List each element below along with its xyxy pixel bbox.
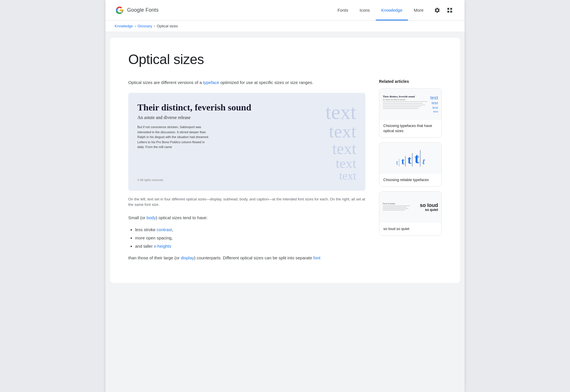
body-paragraph-2: than those of their large (or display) c… — [128, 255, 365, 261]
demo-left-panel: Their distinct, feverish sound An astute… — [137, 102, 299, 182]
contrast-link[interactable]: contrast — [157, 227, 172, 232]
demo-copyright: © All rights reserved. — [137, 178, 295, 182]
xheights-link[interactable]: x-heights — [154, 244, 171, 249]
settings-button[interactable] — [431, 5, 443, 16]
nav-icons[interactable]: Icons — [354, 0, 376, 20]
logo-link[interactable]: Google Fonts — [115, 5, 158, 15]
typeface-link[interactable]: typeface — [203, 80, 219, 85]
body2-middle: ) counterparts. Different optical sizes … — [194, 255, 313, 260]
display-link[interactable]: display — [181, 255, 194, 260]
page-title: Optical sizes — [128, 51, 442, 68]
demo-text-1: text — [325, 102, 356, 122]
body-paragraph-1: Small (or body) optical sizes tend to ha… — [128, 214, 365, 221]
related-sidebar: Related articles Their distinct, feveris… — [379, 79, 442, 266]
header-icon-group — [431, 5, 455, 16]
intro-text-after: optimized for use at specific sizes or s… — [219, 80, 313, 85]
logo-text: Google Fonts — [127, 7, 158, 13]
demo-text-3: text — [332, 141, 356, 157]
thumb2-illustration: t t t t t — [396, 148, 425, 169]
demo-text-4: text — [336, 157, 356, 170]
header: Google Fonts Fonts Icons Knowledge More — [105, 0, 465, 20]
bullet-list: less stroke contrast, more open spacing,… — [135, 226, 365, 250]
related-card-2-title: Choosing reliable typefaces — [383, 177, 437, 182]
breadcrumb-current: Optical sizes — [157, 24, 178, 28]
demo-text-5: text — [339, 170, 356, 182]
demo-illustration: Their distinct, feverish sound An astute… — [128, 93, 365, 191]
intro-paragraph: Optical sizes are different versions of … — [128, 79, 365, 86]
thumb1-illustration: Their distinct, feverish sound An astute… — [383, 95, 438, 113]
related-card-3[interactable]: Font of Holton so loud so quiet — [379, 191, 442, 236]
nav-knowledge[interactable]: Knowledge — [376, 0, 408, 20]
bullet1-text: less stroke — [135, 227, 157, 232]
breadcrumb-sep-1: › — [135, 24, 136, 28]
body2-before: than those of their large (or — [128, 255, 181, 260]
body1-before: Small (or — [128, 215, 146, 220]
article-body: Optical sizes are different versions of … — [128, 79, 365, 266]
google-logo-icon — [115, 5, 125, 15]
grid-icon — [447, 7, 453, 13]
gear-icon — [434, 7, 440, 13]
bullet1-suffix: , — [172, 227, 173, 232]
grid-button[interactable] — [444, 5, 455, 16]
breadcrumb: Knowledge › Glossary › Optical sizes — [105, 20, 465, 32]
font-link[interactable]: font — [313, 255, 320, 260]
nav-fonts[interactable]: Fonts — [332, 0, 354, 20]
thumb3-illustration: Font of Holton so loud so quiet — [383, 203, 438, 212]
demo-heading: Their distinct, feverish sound — [137, 102, 295, 113]
breadcrumb-sep-2: › — [154, 24, 155, 28]
related-heading: Related articles — [379, 79, 442, 84]
demo-subheading: An astute and diverse release — [137, 115, 295, 120]
main-nav: Fonts Icons Knowledge More — [332, 0, 429, 20]
intro-text-before: Optical sizes are different versions of … — [128, 80, 203, 85]
related-card-2[interactable]: t t t t t Choosing reliable typefaces — [379, 142, 442, 187]
bullet-item-2: more open spacing, — [135, 234, 365, 242]
demo-caption: On the left, text set in four different … — [128, 196, 365, 208]
related-card-1-thumb: Their distinct, feverish sound An astute… — [379, 89, 441, 120]
bullet-item-1: less stroke contrast, — [135, 226, 365, 233]
demo-right-panel: text text text text text — [299, 102, 356, 182]
related-card-1[interactable]: Their distinct, feverish sound An astute… — [379, 88, 442, 138]
breadcrumb-knowledge[interactable]: Knowledge — [115, 24, 133, 28]
related-card-2-thumb: t t t t t — [379, 143, 441, 174]
related-card-3-title: so loud so quiet — [383, 226, 437, 231]
bullet-item-3: and taller x-heights — [135, 242, 365, 250]
breadcrumb-glossary[interactable]: Glossary — [138, 24, 152, 28]
demo-text-2: text — [329, 122, 356, 141]
related-card-1-title: Choosing typefaces that have optical siz… — [383, 123, 437, 134]
nav-more[interactable]: More — [408, 0, 429, 20]
bullet3-before: and taller — [135, 244, 154, 249]
related-card-3-thumb: Font of Holton so loud so quiet — [379, 192, 441, 223]
main-content: Optical sizes Optical sizes are differen… — [110, 38, 460, 283]
body-link[interactable]: body — [146, 215, 156, 220]
body1-after: ) optical sizes tend to have: — [156, 215, 208, 220]
content-grid: Optical sizes are different versions of … — [128, 79, 442, 266]
demo-body-text: But if not conscience stricken, Sabinspo… — [137, 125, 211, 150]
